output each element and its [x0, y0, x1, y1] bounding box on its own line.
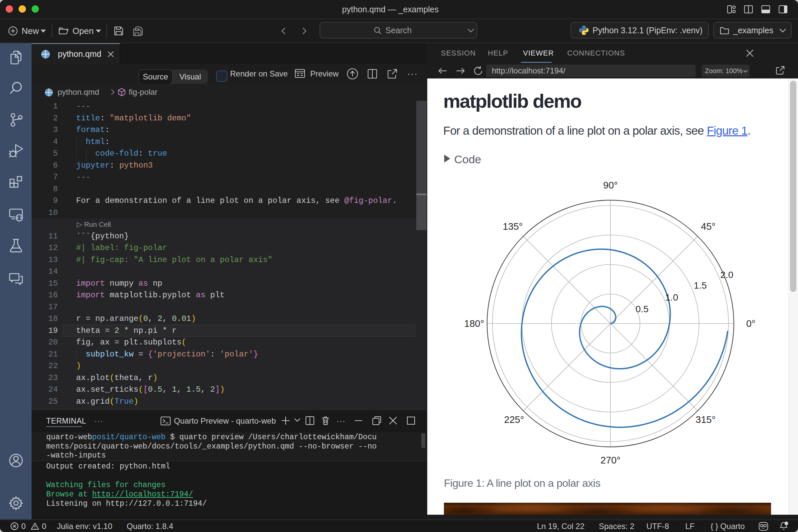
svg-text:2.0: 2.0: [721, 270, 734, 280]
svg-text:180°: 180°: [464, 318, 484, 329]
svg-text:1.5: 1.5: [694, 280, 707, 291]
svg-text:225°: 225°: [504, 414, 524, 425]
svg-text:45°: 45°: [701, 221, 716, 232]
svg-text:1.0: 1.0: [665, 292, 678, 303]
svg-text:135°: 135°: [503, 221, 523, 232]
svg-text:0°: 0°: [746, 318, 756, 329]
svg-text:90°: 90°: [603, 180, 618, 191]
svg-text:0.5: 0.5: [636, 304, 649, 314]
svg-text:270°: 270°: [601, 455, 621, 466]
svg-text:315°: 315°: [696, 414, 716, 425]
